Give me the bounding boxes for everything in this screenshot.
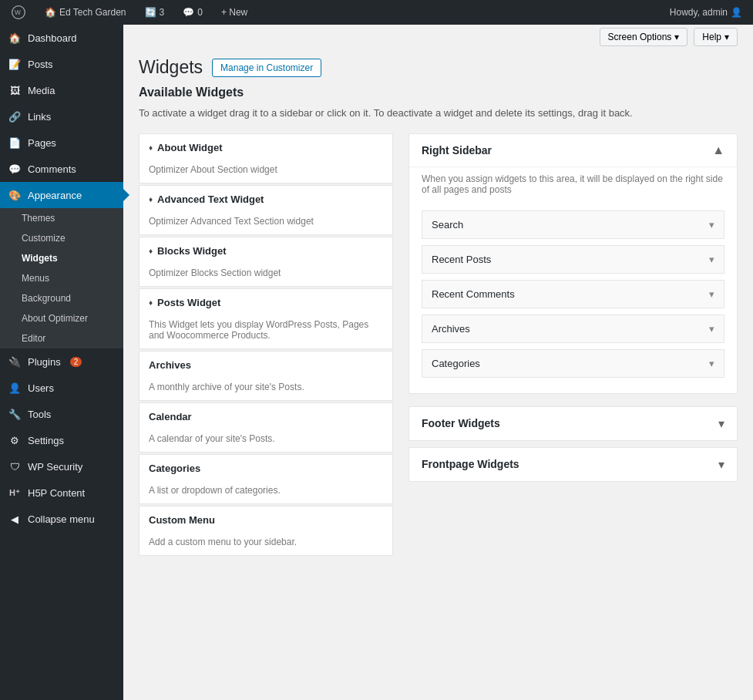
- submenu-item-editor[interactable]: Editor: [0, 328, 123, 348]
- widget-archives-desc: A monthly archive of your site's Posts.: [140, 379, 392, 400]
- widget-advanced-text-title: Advanced Text Widget: [157, 194, 264, 205]
- widget-custom-menu-title: Custom Menu: [149, 514, 215, 526]
- available-widgets-description: To activate a widget drag it to a sideba…: [139, 106, 738, 121]
- footer-widgets-header[interactable]: Footer Widgets ▾: [409, 407, 737, 440]
- new-content-button[interactable]: + New: [217, 0, 252, 25]
- sidebar-item-posts[interactable]: 📝 Posts: [0, 51, 123, 77]
- plugins-badge: 2: [70, 357, 82, 367]
- submenu-item-customize[interactable]: Customize: [0, 228, 123, 248]
- sidebar-widget-chevron-icon: ▾: [709, 219, 714, 231]
- sidebar-pages-label: Pages: [28, 137, 56, 149]
- widget-categories-header: Categories: [140, 455, 392, 482]
- widget-item-blocks[interactable]: ♦ Blocks Widget Optimizer Blocks Section…: [139, 237, 393, 287]
- sidebar-widget-recent-comments[interactable]: Recent Comments ▾: [422, 280, 724, 308]
- widget-posts-title: Posts Widget: [157, 297, 220, 308]
- updates-button[interactable]: 🔄 3: [140, 0, 170, 25]
- widget-item-archives[interactable]: Archives A monthly archive of your site'…: [139, 351, 393, 401]
- submenu-item-about-optimizer[interactable]: About Optimizer: [0, 308, 123, 328]
- sidebar-widget-categories[interactable]: Categories ▾: [422, 349, 724, 378]
- screen-options-button[interactable]: Screen Options ▾: [600, 28, 688, 46]
- footer-widgets-title: Footer Widgets: [422, 417, 500, 429]
- sidebar-item-plugins[interactable]: 🔌 Plugins 2: [0, 348, 123, 375]
- submenu-item-menus[interactable]: Menus: [0, 268, 123, 288]
- sidebar-item-users[interactable]: 👤 Users: [0, 375, 123, 401]
- submenu-item-themes[interactable]: Themes: [0, 208, 123, 228]
- admin-sidebar: 🏠 Dashboard 📝 Posts 🖼 Media 🔗 Links 📄 Pa…: [0, 25, 123, 700]
- wp-logo-button[interactable]: W: [6, 0, 31, 25]
- frontpage-widgets-title: Frontpage Widgets: [422, 458, 519, 470]
- sidebar-widget-search[interactable]: Search ▾: [422, 210, 724, 239]
- site-name-button[interactable]: 🏠 Ed Tech Garden: [40, 0, 131, 25]
- sidebar-dashboard-label: Dashboard: [28, 32, 77, 44]
- widget-archives-header: Archives: [140, 352, 392, 379]
- posts-icon: 📝: [8, 57, 22, 71]
- sidebar-posts-label: Posts: [28, 59, 53, 70]
- submenu-item-background[interactable]: Background: [0, 288, 123, 308]
- links-icon: 🔗: [8, 109, 22, 123]
- widget-item-advanced-text[interactable]: ♦ Advanced Text Widget Optimizer Advance…: [139, 185, 393, 235]
- right-sidebar-header[interactable]: Right Sidebar ▲: [409, 134, 737, 167]
- sidebar-widget-archives[interactable]: Archives ▾: [422, 315, 724, 343]
- sidebar-item-settings[interactable]: ⚙ Settings: [0, 427, 123, 453]
- widget-item-categories[interactable]: Categories A list or dropdown of categor…: [139, 454, 393, 504]
- widget-item-custom-menu[interactable]: Custom Menu Add a custom menu to your si…: [139, 506, 393, 556]
- sidebar-wp-security-label: WP Security: [28, 461, 82, 473]
- frontpage-widgets-area: Frontpage Widgets ▾: [408, 447, 738, 482]
- user-avatar-icon: 👤: [731, 7, 742, 18]
- diamond-icon: ♦: [149, 143, 153, 152]
- footer-widgets-expand-icon: ▾: [718, 416, 724, 431]
- diamond-icon-2: ♦: [149, 195, 153, 204]
- admin-bar: W 🏠 Ed Tech Garden 🔄 3 💬 0 + New Howdy, …: [0, 0, 753, 25]
- widget-item-posts[interactable]: ♦ Posts Widget This Widget lets you disp…: [139, 288, 393, 349]
- sidebar-plugins-label: Plugins: [28, 356, 61, 368]
- widget-list: ♦ About Widget Optimizer About Section w…: [139, 133, 393, 557]
- right-sidebar-collapse-icon: ▲: [712, 143, 724, 157]
- widget-custom-menu-header: Custom Menu: [140, 506, 392, 533]
- collapse-icon: ◀: [8, 512, 22, 526]
- comments-button[interactable]: 💬 0: [178, 0, 207, 25]
- sidebar-comments-label: Comments: [28, 163, 76, 175]
- sidebar-recent-comments-label: Recent Comments: [432, 288, 515, 300]
- main-content: Screen Options ▾ Help ▾ Widgets Manage i…: [123, 25, 753, 700]
- sidebar-item-pages[interactable]: 📄 Pages: [0, 130, 123, 156]
- sidebar-item-comments[interactable]: 💬 Comments: [0, 156, 123, 182]
- tools-icon: 🔧: [8, 407, 22, 421]
- right-sidebar-widgets: Search ▾ Recent Posts ▾ Recent Comments …: [409, 204, 737, 393]
- widget-posts-header: ♦ Posts Widget: [140, 289, 392, 316]
- h5p-icon: H⁺: [8, 486, 22, 500]
- sidebar-item-links[interactable]: 🔗 Links: [0, 103, 123, 130]
- sidebar-widget-chevron-icon-5: ▾: [709, 358, 714, 369]
- page-title: Widgets: [139, 57, 203, 78]
- sidebar-item-appearance[interactable]: 🎨 Appearance: [0, 182, 123, 208]
- sidebar-item-media[interactable]: 🖼 Media: [0, 77, 123, 103]
- screen-options-label: Screen Options: [608, 32, 672, 42]
- help-chevron-icon: ▾: [724, 32, 729, 42]
- widget-about-desc: Optimizer About Section widget: [140, 161, 392, 183]
- sidebar-item-tools[interactable]: 🔧 Tools: [0, 401, 123, 427]
- pages-icon: 📄: [8, 136, 22, 150]
- dashboard-icon: 🏠: [8, 31, 22, 45]
- plugins-icon: 🔌: [8, 355, 22, 369]
- submenu-item-widgets[interactable]: Widgets: [0, 248, 123, 268]
- sidebar-widget-recent-posts[interactable]: Recent Posts ▾: [422, 245, 724, 274]
- footer-widgets-area: Footer Widgets ▾: [408, 406, 738, 441]
- sidebar-item-h5p[interactable]: H⁺ H5P Content: [0, 480, 123, 506]
- manage-customizer-button[interactable]: Manage in Customizer: [212, 59, 321, 77]
- settings-icon: ⚙: [8, 433, 22, 447]
- collapse-menu-button[interactable]: ◀ Collapse menu: [0, 506, 123, 532]
- sidebar-item-wp-security[interactable]: 🛡 WP Security: [0, 453, 123, 480]
- diamond-icon-3: ♦: [149, 247, 153, 255]
- frontpage-widgets-header[interactable]: Frontpage Widgets ▾: [409, 448, 737, 481]
- widget-item-about[interactable]: ♦ About Widget Optimizer About Section w…: [139, 133, 393, 183]
- frontpage-widgets-expand-icon: ▾: [718, 457, 724, 472]
- sidebar-users-label: Users: [28, 382, 54, 394]
- right-sidebar-area: Right Sidebar ▲ When you assign widgets …: [408, 133, 738, 394]
- right-sidebar-description: When you assign widgets to this area, it…: [409, 167, 737, 204]
- sidebar-media-label: Media: [28, 85, 55, 96]
- users-icon: 👤: [8, 381, 22, 395]
- widget-item-calendar[interactable]: Calendar A calendar of your site's Posts…: [139, 402, 393, 453]
- help-button[interactable]: Help ▾: [694, 28, 738, 46]
- sidebar-item-dashboard[interactable]: 🏠 Dashboard: [0, 25, 123, 51]
- updates-count: 3: [160, 7, 165, 18]
- howdy-label: Howdy, admin 👤: [665, 0, 747, 25]
